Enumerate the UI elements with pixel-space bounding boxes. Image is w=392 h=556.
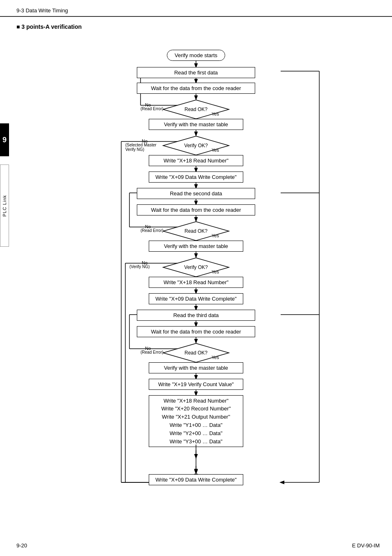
svg-text:Read OK?: Read OK? bbox=[184, 350, 208, 356]
read-third-label: Read the third data bbox=[137, 310, 255, 321]
svg-text:Read OK?: Read OK? bbox=[184, 107, 208, 112]
verify-master3-node: Verify with the master table bbox=[149, 362, 243, 373]
stack-to-x09f-arrow bbox=[190, 445, 202, 474]
header: 9-3 Data Write Timing bbox=[0, 0, 392, 17]
verify-master2-label: Verify with the master table bbox=[149, 241, 243, 252]
wait1-label: Wait for the data from the code reader bbox=[137, 83, 255, 94]
write-x09-f-label: Write "X+09 Data Write Complete" bbox=[149, 474, 243, 485]
read-second-node: Read the second data bbox=[134, 188, 258, 199]
svg-text:Read OK?: Read OK? bbox=[184, 228, 208, 234]
read-ok3-diamond: Read OK? bbox=[162, 343, 230, 363]
verify-ok2-node: Verify OK? bbox=[162, 257, 230, 278]
write-x19-node: Write "X+19 Verify Count Value" bbox=[149, 379, 243, 390]
read-ok2-diamond: Read OK? bbox=[162, 221, 230, 241]
write-x09-1-node: Write "X+09 Data Write Complete" bbox=[149, 171, 243, 183]
flowchart: Verify mode starts Read the first data W… bbox=[19, 38, 373, 511]
write-x19-label: Write "X+19 Verify Count Value" bbox=[149, 379, 243, 390]
svg-text:Verify OK?: Verify OK? bbox=[184, 143, 208, 148]
read-ok2-no-note: (Read Error) bbox=[141, 228, 164, 233]
wait3-node: Wait for the data from the code reader bbox=[134, 326, 258, 337]
wait1-node: Wait for the data from the code reader bbox=[134, 83, 258, 94]
read-ok2-node: Read OK? bbox=[162, 221, 230, 241]
read-ok3-yes-label: Yes bbox=[212, 355, 219, 360]
verify-master1-node: Verify with the master table bbox=[149, 119, 243, 130]
footer: 9-20 E DV-90-IM bbox=[16, 542, 380, 549]
verify-ok1-diamond: Verify OK? bbox=[162, 135, 230, 156]
read-ok1-diamond: Read OK? bbox=[162, 99, 230, 120]
verify-master1-label: Verify with the master table bbox=[149, 119, 243, 130]
verify-start-node: Verify mode starts bbox=[147, 50, 245, 61]
read-ok2-yes-label: Yes bbox=[212, 233, 219, 238]
write-x18-2-label: Write "X+18 Read Number" bbox=[149, 277, 243, 288]
wait3-label: Wait for the data from the code reader bbox=[137, 326, 255, 337]
verify-ok1-no-note: (Selected Master Verify NG) bbox=[125, 143, 162, 152]
read-third-node: Read the third data bbox=[134, 310, 258, 321]
read-ok3-no-note: (Read Error) bbox=[141, 350, 164, 354]
read-first-label: Read the first data bbox=[137, 67, 255, 78]
write-x18-1-label: Write "X+18 Read Number" bbox=[149, 155, 243, 166]
section-label: 9-3 Data Write Timing bbox=[16, 7, 68, 14]
verify-ok2-yes-label: Yes bbox=[212, 269, 219, 274]
verify-ok2-no-note: (Verify NG) bbox=[129, 264, 150, 269]
write-x09-2-node: Write "X+09 Data Write Complete" bbox=[149, 293, 243, 304]
read-ok3-node: Read OK? bbox=[162, 343, 230, 363]
section-title: ■ 3 points-A verification bbox=[0, 17, 392, 34]
page-number: 9-20 bbox=[16, 542, 27, 549]
read-ok1-node: Read OK? bbox=[162, 99, 230, 120]
read-ok1-yes-label: Yes bbox=[212, 111, 219, 116]
write-x09-f-node: Write "X+09 Data Write Complete" bbox=[149, 474, 243, 485]
verify-ok1-yes-label: Yes bbox=[212, 148, 219, 153]
write-x09-1-label: Write "X+09 Data Write Complete" bbox=[149, 171, 243, 183]
doc-id: E DV-90-IM bbox=[352, 542, 380, 549]
wait2-label: Wait for the data from the code reader bbox=[137, 204, 255, 215]
write-x18-2-node: Write "X+18 Read Number" bbox=[149, 277, 243, 288]
verify-ok2-diamond: Verify OK? bbox=[162, 257, 230, 278]
read-ok1-no-note: (Read Error) bbox=[141, 107, 164, 111]
verify-ok1-node: Verify OK? bbox=[162, 135, 230, 156]
wait2-node: Wait for the data from the code reader bbox=[134, 204, 258, 215]
verify-start-label: Verify mode starts bbox=[167, 50, 225, 61]
verify-master3-label: Verify with the master table bbox=[149, 362, 243, 373]
verify-master2-node: Verify with the master table bbox=[149, 241, 243, 252]
write-x09-2-label: Write "X+09 Data Write Complete" bbox=[149, 293, 243, 304]
chapter-number: 9 bbox=[0, 123, 9, 156]
write-x18-1-node: Write "X+18 Read Number" bbox=[149, 155, 243, 166]
read-first-node: Read the first data bbox=[134, 67, 258, 78]
side-tab: PLC Link bbox=[0, 164, 9, 247]
svg-text:Verify OK?: Verify OK? bbox=[184, 264, 208, 270]
read-second-label: Read the second data bbox=[137, 188, 255, 199]
